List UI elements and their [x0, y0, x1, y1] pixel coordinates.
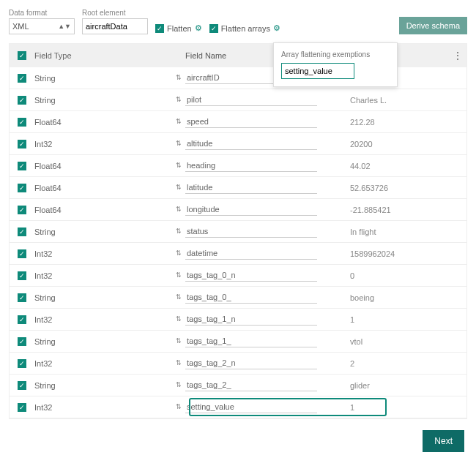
config-bar: Data format XML ▲▼ Root element ✓ Flatte…: [9, 9, 467, 34]
field-value: 20200: [350, 140, 373, 148]
schema-table: ✓ Field Type Field Name ⋮ ✓Stringaircraf…: [9, 43, 467, 419]
flatten-label: Flatten: [167, 24, 192, 33]
field-type: Int32: [34, 271, 52, 280]
next-button[interactable]: Next: [423, 430, 464, 452]
table-row: ✓Stringtags_tag_0_boeing: [10, 287, 466, 309]
table-row: ✓Int32datetime1589962024: [10, 243, 466, 265]
sort-icon[interactable]: [175, 249, 182, 258]
field-type: String: [34, 293, 56, 302]
table-menu-icon[interactable]: ⋮: [449, 50, 466, 61]
sort-icon[interactable]: [175, 380, 182, 390]
row-checkbox[interactable]: ✓: [18, 271, 26, 280]
field-name-input[interactable]: tags_tag_0_: [185, 291, 317, 304]
flatten-arrays-checkbox[interactable]: ✓: [209, 24, 218, 33]
root-element-label: Root element: [82, 9, 148, 17]
field-name-input[interactable]: setting_value: [185, 401, 317, 413]
field-name-input[interactable]: latitude: [185, 181, 317, 194]
sort-icon[interactable]: [175, 336, 182, 346]
row-checkbox[interactable]: ✓: [18, 403, 26, 412]
sort-icon[interactable]: [175, 315, 182, 324]
sort-icon[interactable]: [175, 117, 182, 127]
sort-icon[interactable]: [175, 271, 182, 280]
row-checkbox[interactable]: ✓: [18, 293, 26, 302]
field-name-input[interactable]: speed: [185, 116, 317, 128]
field-name-input[interactable]: tags_tag_1_n: [185, 313, 317, 326]
field-type: String: [34, 74, 56, 83]
flatten-arrays-label: Flatten arrays: [221, 24, 270, 33]
select-all-checkbox[interactable]: ✓: [18, 51, 26, 60]
field-value: 52.653726: [350, 184, 388, 192]
field-name-input[interactable]: datetime: [185, 247, 317, 260]
field-value: 0: [350, 271, 354, 280]
field-name-input[interactable]: altitude: [185, 138, 317, 150]
field-value: 212.28: [350, 118, 375, 127]
field-type: String: [34, 228, 56, 236]
field-type: Int32: [34, 359, 52, 368]
sort-icon[interactable]: [175, 358, 182, 368]
row-checkbox[interactable]: ✓: [18, 249, 26, 258]
row-checkbox[interactable]: ✓: [18, 206, 26, 214]
sort-icon[interactable]: [175, 227, 182, 236]
field-name-input[interactable]: pilot: [185, 94, 317, 106]
field-value: -21.885421: [350, 206, 391, 214]
field-name-input[interactable]: tags_tag_2_n: [185, 357, 317, 369]
field-type: String: [34, 337, 56, 346]
sort-icon[interactable]: [175, 205, 182, 214]
field-name-input[interactable]: heading: [185, 159, 317, 172]
table-row: ✓Float64latitude52.653726: [10, 177, 466, 199]
row-checkbox[interactable]: ✓: [18, 74, 26, 83]
popup-title: Array flattening exemptions: [281, 50, 390, 59]
sort-icon[interactable]: [175, 95, 182, 105]
table-row: ✓Int32tags_tag_0_n0: [10, 265, 466, 287]
sort-icon[interactable]: [175, 183, 182, 192]
header-field-name: Field Name: [185, 51, 226, 60]
root-element-input[interactable]: [82, 18, 148, 34]
field-type: Int32: [34, 140, 52, 148]
table-row: ✓StringpilotCharles L.: [10, 89, 466, 111]
table-row: ✓Stringtags_tag_1_vtol: [10, 331, 466, 353]
field-type: String: [34, 96, 56, 105]
table-row: ✓Float64heading44.02: [10, 155, 466, 177]
field-name-input[interactable]: longitude: [185, 203, 317, 216]
field-value: 2: [350, 359, 354, 368]
row-checkbox[interactable]: ✓: [18, 162, 26, 170]
field-value: In flight: [350, 228, 376, 236]
flatten-checkbox[interactable]: ✓: [155, 24, 164, 33]
row-checkbox[interactable]: ✓: [18, 184, 26, 192]
sort-icon[interactable]: [175, 293, 182, 302]
field-name-input[interactable]: tags_tag_0_n: [185, 269, 317, 282]
row-checkbox[interactable]: ✓: [18, 359, 26, 368]
exemptions-popup: Array flattening exemptions: [273, 42, 398, 87]
row-checkbox[interactable]: ✓: [18, 96, 26, 105]
field-value: 44.02: [350, 162, 371, 170]
table-header: ✓ Field Type Field Name ⋮: [10, 44, 466, 67]
field-value: glider: [350, 381, 370, 390]
row-checkbox[interactable]: ✓: [18, 228, 26, 236]
field-name-input[interactable]: tags_tag_2_: [185, 379, 317, 391]
table-row: ✓StringaircraftID: [10, 67, 466, 89]
field-type: Float64: [34, 118, 62, 127]
field-name-input[interactable]: status: [185, 225, 317, 238]
row-checkbox[interactable]: ✓: [18, 337, 26, 346]
row-checkbox[interactable]: ✓: [18, 381, 26, 390]
field-value: 1589962024: [350, 249, 395, 258]
derive-schema-button[interactable]: Derive schema: [399, 17, 467, 34]
field-name-input[interactable]: tags_tag_1_: [185, 335, 317, 347]
sort-icon[interactable]: [175, 402, 182, 412]
gear-icon[interactable]: ⚙: [273, 23, 280, 33]
field-type: Float64: [34, 184, 62, 192]
row-checkbox[interactable]: ✓: [18, 140, 26, 148]
row-checkbox[interactable]: ✓: [18, 118, 26, 127]
sort-icon[interactable]: [175, 73, 182, 83]
data-format-select[interactable]: XML ▲▼: [9, 18, 75, 34]
exemption-input[interactable]: [281, 63, 354, 79]
table-row: ✓StringstatusIn flight: [10, 221, 466, 243]
gear-icon[interactable]: ⚙: [195, 23, 202, 33]
sort-icon[interactable]: [175, 161, 182, 170]
field-type: String: [34, 381, 56, 390]
field-type: Int32: [34, 249, 52, 258]
sort-icon[interactable]: [175, 139, 182, 148]
row-checkbox[interactable]: ✓: [18, 315, 26, 324]
table-row: ✓Int32tags_tag_1_n1: [10, 309, 466, 331]
table-row: ✓Float64speed212.28: [10, 111, 466, 133]
